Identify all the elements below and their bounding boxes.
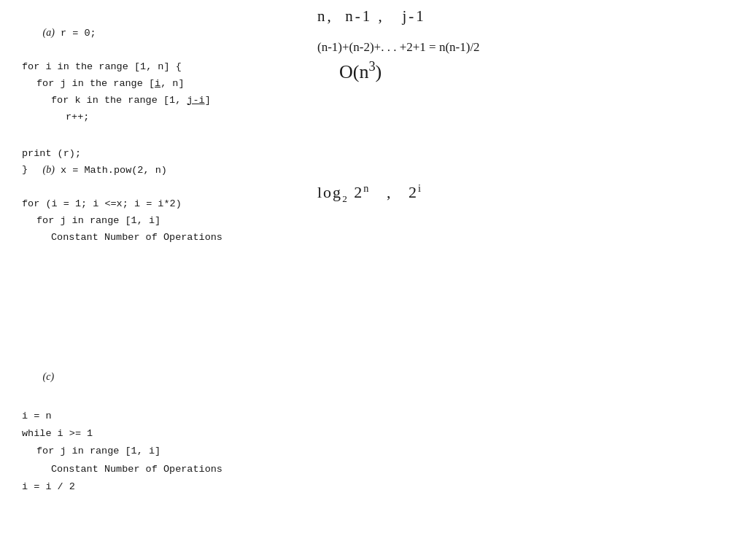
code-line-for-j: for j in the range [i, n] xyxy=(7,76,211,93)
math-a-vars: n, n-1 , j-1 xyxy=(317,7,480,26)
section-c: (c) i = n while i >= 1 for j in range [1… xyxy=(7,350,222,496)
code-line-const-b: Constant Number of Operations xyxy=(7,230,222,246)
part-a-label: (a) r = 0; xyxy=(7,7,211,59)
code-line-r-inc: r++; xyxy=(7,109,211,126)
math-a-complexity: O(n3) xyxy=(339,59,480,83)
code-line-i-div: i = i / 2 xyxy=(7,478,222,496)
code-line-const-c: Constant Number of Operations xyxy=(7,461,222,478)
code-line-blank xyxy=(7,129,211,146)
page: (a) r = 0; for i in the range [1, n] { f… xyxy=(0,0,747,560)
math-section-a: n, n-1 , j-1 (n-1)+(n-2)+. . . +2+1 = n(… xyxy=(317,7,480,83)
part-b-label: (b) x = Math.pow(2, n) xyxy=(7,144,222,196)
code-line-for-i-b: for (i = 1; i <=x; i = i*2) xyxy=(7,196,222,213)
code-line-for-j-c: for j in range [1, i] xyxy=(7,443,222,460)
part-c-label: (c) xyxy=(7,350,222,405)
code-line-i-eq-n: i = n xyxy=(7,408,222,425)
code-line-for-j-b: for j in range [1, i] xyxy=(7,213,222,230)
math-a-sum: (n-1)+(n-2)+. . . +2+1 = n(n-1)/2 xyxy=(317,40,480,55)
code-line-for-i: for i in the range [1, n] { xyxy=(7,59,211,76)
section-b: (b) x = Math.pow(2, n) for (i = 1; i <=x… xyxy=(7,144,222,246)
code-line-while: while i >= 1 xyxy=(7,425,222,443)
code-line-for-k: for k in the range [1, j-i] xyxy=(7,93,211,109)
math-b-log: log2 2n , 2i xyxy=(317,182,422,205)
math-section-b: log2 2n , 2i xyxy=(317,182,422,205)
